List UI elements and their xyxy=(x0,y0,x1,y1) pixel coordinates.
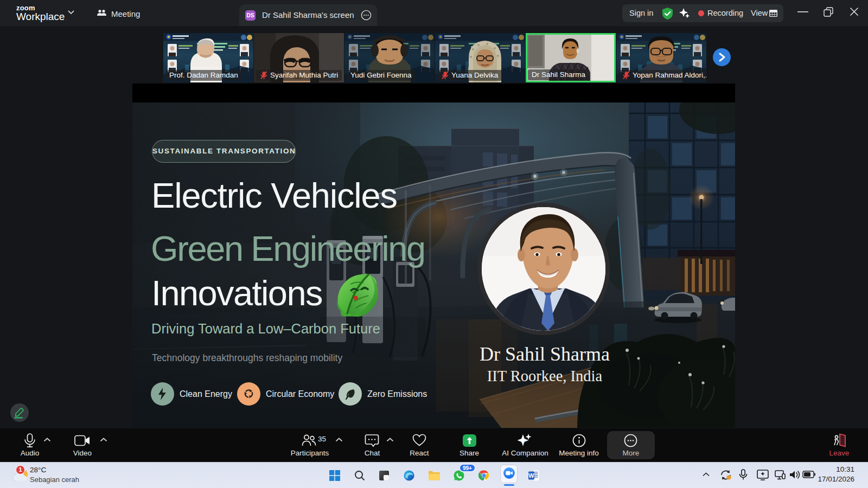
svg-text:W: W xyxy=(528,472,534,479)
